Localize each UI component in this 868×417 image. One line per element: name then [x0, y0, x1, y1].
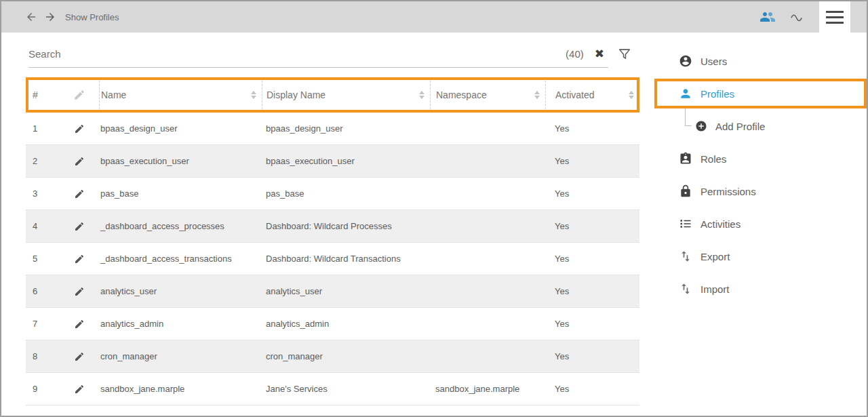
profile-name: bpaas_design_user	[99, 113, 262, 144]
profile-display-name: Dashboard: Wildcard Transactions	[262, 243, 430, 275]
edit-button[interactable]	[60, 243, 99, 275]
import-export-icon	[679, 250, 692, 263]
list-icon	[679, 217, 692, 231]
profile-display-name: bpaas_design_user	[262, 113, 430, 144]
profile-namespace	[430, 340, 545, 372]
profile-name: _dashboard_access_transactions	[99, 243, 262, 275]
tree-connector	[685, 107, 692, 126]
sidebar-item-label: Profiles	[701, 88, 734, 100]
profile-activated: Yes	[545, 308, 639, 340]
column-header-display-name-label: Display Name	[267, 90, 326, 100]
profile-namespace	[430, 243, 545, 275]
edit-button[interactable]	[60, 373, 99, 405]
profile-activated: Yes	[545, 373, 639, 405]
profile-namespace	[430, 308, 545, 340]
profile-display-name: analytics_admin	[262, 308, 430, 340]
table-row[interactable]: 7 analytics_admin analytics_admin Yes	[26, 308, 639, 340]
table-row[interactable]: 2 bpaas_execution_user bpaas_execution_u…	[26, 145, 639, 178]
edit-button[interactable]	[60, 178, 99, 210]
column-header-num: #	[26, 77, 60, 113]
column-header-namespace[interactable]: Namespace	[430, 77, 545, 113]
result-count: (40)	[566, 48, 584, 60]
sidebar-item-roles[interactable]: Roles	[641, 142, 867, 175]
user-circle-icon	[679, 54, 692, 68]
import-export-icon	[679, 282, 692, 296]
sidebar-item-activities[interactable]: Activities	[641, 207, 867, 240]
table-header: # Name Display Name Namespace	[26, 77, 639, 113]
column-header-num-label: #	[33, 90, 38, 100]
profile-activated: Yes	[545, 275, 639, 307]
search-input[interactable]	[28, 48, 566, 60]
forward-arrow-icon[interactable]	[43, 10, 57, 24]
edit-button[interactable]	[60, 340, 99, 372]
edit-icon	[73, 89, 85, 101]
table-body: 1 bpaas_design_user bpaas_design_user Ye…	[26, 113, 639, 405]
edit-icon	[74, 254, 85, 264]
table-row[interactable]: 9 sandbox_jane.marple Jane's Services sa…	[26, 373, 639, 405]
row-number: 8	[26, 340, 60, 372]
profile-name: pas_base	[99, 178, 262, 210]
sidebar-item-profiles[interactable]: Profiles	[641, 77, 867, 110]
profile-activated: Yes	[545, 340, 639, 372]
profile-display-name: pas_base	[262, 178, 430, 210]
sidebar-item-users[interactable]: Users	[641, 45, 867, 77]
back-arrow-icon[interactable]	[24, 10, 38, 24]
edit-icon	[74, 286, 85, 297]
row-number: 2	[26, 145, 60, 177]
profile-name: analytics_user	[99, 275, 262, 307]
row-number: 9	[26, 373, 60, 405]
row-number: 5	[26, 243, 60, 275]
profile-activated: Yes	[545, 145, 639, 177]
sidebar-item-label: Export	[701, 251, 730, 262]
profile-name: _dashboard_access_processes	[99, 210, 262, 242]
sidebar-item-label: Permissions	[701, 186, 756, 197]
column-header-name-label: Name	[101, 90, 126, 100]
lock-icon	[679, 184, 692, 198]
column-header-activated[interactable]: Activated	[545, 77, 639, 113]
edit-button[interactable]	[60, 275, 99, 307]
sidebar: Users Profiles Add Profile Roles	[641, 33, 867, 417]
edit-button[interactable]	[60, 210, 99, 242]
sort-icon[interactable]	[534, 91, 540, 99]
profile-display-name: cron_manager	[262, 340, 430, 372]
sort-icon[interactable]	[251, 91, 256, 99]
table-row[interactable]: 1 bpaas_design_user bpaas_design_user Ye…	[26, 113, 639, 145]
column-header-display-name[interactable]: Display Name	[262, 77, 430, 113]
table-row[interactable]: 8 cron_manager cron_manager Yes	[26, 340, 639, 373]
edit-button[interactable]	[60, 113, 99, 144]
column-header-namespace-label: Namespace	[436, 90, 487, 100]
profile-display-name: Jane's Services	[262, 373, 430, 405]
edit-icon	[74, 384, 85, 395]
filter-icon[interactable]	[616, 46, 633, 62]
sidebar-item-permissions[interactable]: Permissions	[641, 175, 867, 207]
sidebar-item-label: Roles	[701, 153, 726, 165]
sidebar-item-label: Import	[701, 283, 730, 295]
clear-search-icon[interactable]: ✖	[595, 48, 604, 60]
table-row[interactable]: 6 analytics_user analytics_user Yes	[26, 275, 639, 308]
column-header-name[interactable]: Name	[99, 77, 262, 113]
sidebar-item-add-profile[interactable]: Add Profile	[641, 110, 867, 142]
search-bar: (40) ✖	[28, 41, 633, 68]
profile-name: analytics_admin	[99, 308, 262, 340]
row-number: 3	[26, 178, 60, 210]
table-row[interactable]: 5 _dashboard_access_transactions Dashboa…	[26, 243, 639, 275]
edit-icon	[74, 351, 85, 362]
table-row[interactable]: 3 pas_base pas_base Yes	[26, 178, 639, 210]
group-icon[interactable]	[760, 9, 776, 25]
profile-activated: Yes	[545, 178, 639, 210]
activity-icon[interactable]	[789, 9, 806, 25]
profile-activated: Yes	[545, 243, 639, 275]
sidebar-item-export[interactable]: Export	[641, 240, 867, 273]
profile-display-name: analytics_user	[262, 275, 430, 307]
table-row[interactable]: 4 _dashboard_access_processes Dashboard:…	[26, 210, 639, 243]
edit-button[interactable]	[60, 145, 99, 177]
sort-icon[interactable]	[629, 91, 634, 99]
edit-button[interactable]	[60, 308, 99, 340]
profile-namespace	[430, 275, 545, 307]
hamburger-menu-icon[interactable]	[819, 1, 850, 33]
sort-icon[interactable]	[419, 91, 425, 99]
profiles-table: # Name Display Name Namespace	[26, 77, 639, 405]
sidebar-item-import[interactable]: Import	[641, 273, 867, 305]
badge-icon	[679, 152, 692, 165]
column-header-activated-label: Activated	[555, 90, 595, 100]
